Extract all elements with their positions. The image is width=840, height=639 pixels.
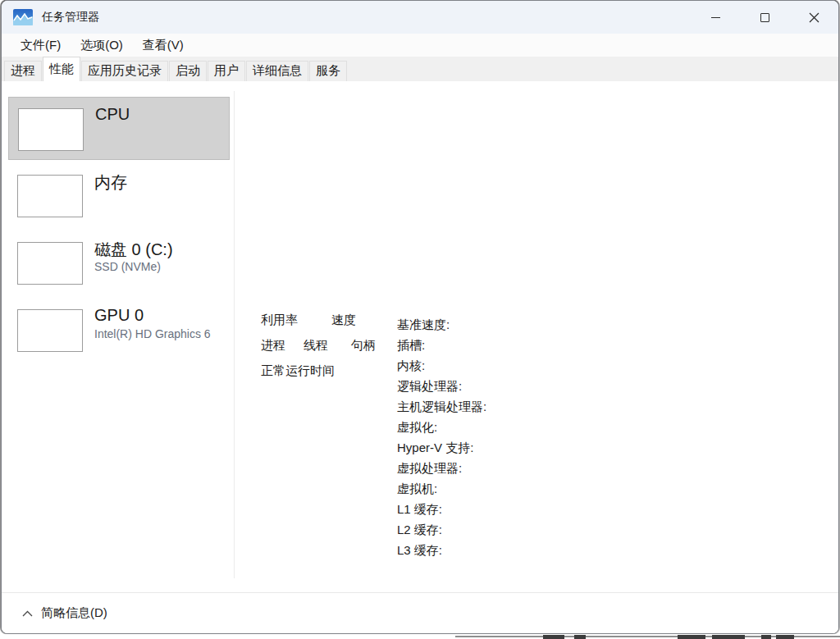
gpu-mini-graph	[17, 309, 83, 352]
sidebar-item-memory[interactable]: 内存	[8, 164, 230, 227]
cpu-info-labels: 基准速度: 插槽: 内核: 逻辑处理器: 主机逻辑处理器: 虚拟化: Hyper…	[397, 314, 578, 560]
task-manager-window: 任务管理器 文件(F) 选项(O) 查看(V) 进程 性能 应用历史记录 启动 …	[1, 0, 839, 634]
tab-strip: 进程 性能 应用历史记录 启动 用户 详细信息 服务	[2, 57, 838, 81]
close-icon	[809, 12, 819, 23]
uptime-label: 正常运行时间	[261, 363, 335, 379]
sidebar-item-title: GPU 0	[94, 306, 144, 325]
titlebar: 任务管理器	[2, 1, 838, 34]
l3-cache-label: L3 缓存:	[397, 540, 578, 560]
maximize-icon	[760, 13, 769, 22]
menu-options[interactable]: 选项(O)	[72, 36, 131, 55]
sidebar-item-title: 磁盘 0 (C:)	[94, 239, 173, 261]
details-toggle[interactable]: 简略信息(D)	[2, 592, 838, 633]
sockets-label: 插槽:	[397, 335, 578, 355]
background-text-fragment	[678, 635, 705, 639]
menu-view[interactable]: 查看(V)	[135, 36, 192, 55]
sidebar-item-disk0[interactable]: 磁盘 0 (C:) SSD (NVMe)	[8, 231, 230, 294]
background-text-fragment	[761, 635, 771, 639]
logical-procs-label: 逻辑处理器:	[397, 376, 578, 396]
cpu-mini-graph	[18, 108, 84, 151]
virtual-procs-label: 虚拟处理器:	[397, 458, 578, 478]
sidebar-item-title: CPU	[95, 105, 130, 124]
tab-performance[interactable]: 性能	[43, 57, 80, 81]
tab-processes[interactable]: 进程	[4, 61, 42, 81]
background-text-fragment	[776, 635, 794, 639]
sidebar-item-gpu0[interactable]: GPU 0 Intel(R) HD Graphics 6	[8, 299, 230, 362]
background-text-fragment	[543, 635, 564, 639]
disk-mini-graph	[17, 242, 83, 285]
background-window-sliver	[0, 634, 840, 639]
speed-label: 速度	[331, 313, 356, 328]
chevron-up-icon	[22, 610, 33, 617]
hyperv-label: Hyper-V 支持:	[397, 437, 578, 458]
tab-details[interactable]: 详细信息	[246, 61, 308, 81]
sidebar-item-subtitle: SSD (NVMe)	[94, 260, 227, 273]
minimize-icon	[711, 17, 720, 18]
maximize-button[interactable]	[740, 1, 789, 34]
task-manager-icon	[13, 9, 33, 25]
sidebar-item-subtitle: Intel(R) HD Graphics 6	[94, 327, 227, 340]
handles-label: 句柄	[351, 338, 376, 354]
tab-services[interactable]: 服务	[309, 61, 347, 81]
processes-label: 进程	[261, 338, 285, 354]
l2-cache-label: L2 缓存:	[397, 519, 578, 540]
memory-mini-graph	[17, 175, 83, 217]
virtualization-label: 虚拟化:	[397, 417, 578, 437]
minimize-button[interactable]	[691, 1, 740, 34]
tab-users[interactable]: 用户	[208, 61, 245, 81]
menu-bar: 文件(F) 选项(O) 查看(V)	[2, 34, 838, 57]
cores-label: 内核:	[397, 355, 578, 376]
host-logical-label: 主机逻辑处理器:	[397, 396, 578, 417]
menu-file[interactable]: 文件(F)	[12, 36, 69, 55]
tab-startup[interactable]: 启动	[169, 61, 207, 81]
background-text-fragment	[574, 635, 586, 639]
threads-label: 线程	[304, 338, 328, 354]
close-button[interactable]	[789, 1, 838, 34]
utilization-label: 利用率	[261, 313, 298, 328]
tab-app-history[interactable]: 应用历史记录	[81, 61, 168, 81]
panel-divider	[234, 91, 235, 578]
virtual-machine-label: 虚拟机:	[397, 478, 578, 499]
background-text-fragment	[712, 635, 745, 639]
l1-cache-label: L1 缓存:	[397, 499, 578, 519]
performance-pane: CPU 内存 磁盘 0 (C:) SSD (NVMe) GPU 0 Intel(…	[2, 81, 838, 592]
base-speed-label: 基准速度:	[397, 314, 578, 335]
window-title: 任务管理器	[42, 10, 99, 25]
sidebar-item-cpu[interactable]: CPU	[8, 97, 230, 160]
details-toggle-label: 简略信息(D)	[41, 605, 107, 621]
cpu-stats-labels: 利用率 速度 进程 线程 句柄 正常运行时间	[261, 313, 392, 391]
sidebar-item-title: 内存	[94, 171, 127, 194]
